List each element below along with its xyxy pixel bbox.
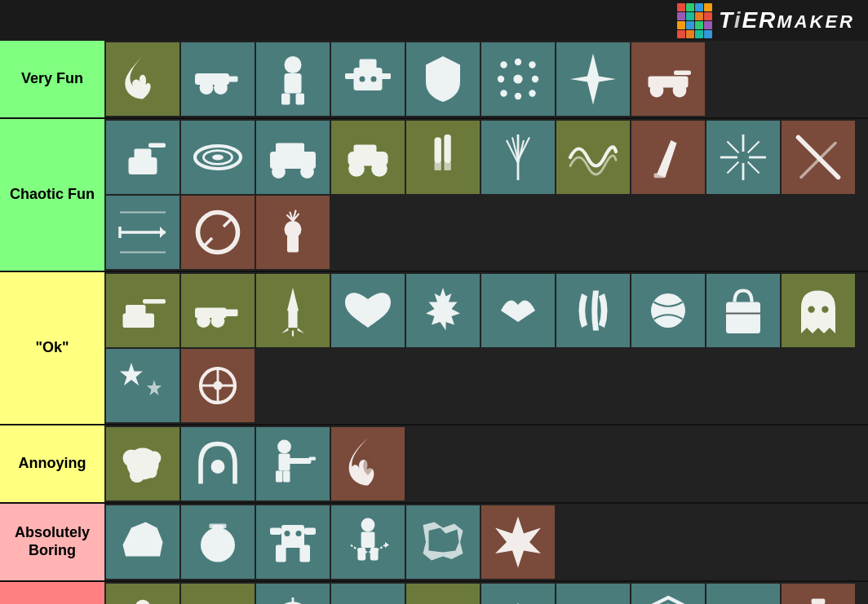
svg-point-4 [285, 56, 302, 73]
svg-point-118 [135, 600, 151, 604]
svg-point-39 [348, 161, 365, 177]
svg-point-13 [371, 77, 377, 82]
tiermaker-container: TiERMAKER Very FunChaotic Fun"Ok"Annoyin… [0, 0, 868, 604]
tier-item[interactable] [556, 121, 630, 194]
tier-label-dont-join: Don't join my game [0, 582, 104, 604]
tier-row-ok: "Ok" [0, 272, 868, 425]
tier-item[interactable] [256, 42, 330, 116]
tier-item[interactable] [481, 584, 555, 604]
svg-point-19 [515, 59, 521, 65]
tier-item[interactable] [631, 584, 705, 604]
tier-row-very-fun: Very Fun [0, 41, 868, 119]
tier-item[interactable] [181, 196, 255, 269]
tier-item[interactable] [556, 584, 630, 604]
tier-item[interactable] [556, 274, 630, 347]
tier-item[interactable] [706, 121, 780, 194]
tier-item[interactable] [181, 584, 255, 604]
tier-item[interactable] [106, 427, 179, 500]
svg-rect-75 [288, 311, 297, 328]
tier-item[interactable] [481, 121, 555, 194]
tier-item[interactable] [181, 349, 255, 422]
svg-marker-23 [570, 54, 616, 105]
svg-point-93 [146, 467, 157, 478]
svg-point-18 [529, 90, 535, 96]
tier-item[interactable] [406, 121, 480, 194]
svg-rect-45 [444, 162, 450, 171]
tier-item[interactable] [631, 42, 705, 116]
svg-rect-41 [354, 145, 377, 154]
tier-item[interactable] [106, 42, 179, 116]
tier-item[interactable] [782, 274, 855, 347]
tier-item[interactable] [481, 505, 555, 579]
svg-point-16 [529, 61, 535, 68]
tier-item[interactable] [106, 274, 179, 347]
tier-item[interactable] [631, 121, 705, 194]
tier-item[interactable] [256, 196, 330, 269]
svg-rect-27 [674, 71, 691, 76]
tier-item[interactable] [331, 42, 405, 116]
tier-item[interactable] [782, 121, 855, 194]
tier-item[interactable] [481, 42, 555, 116]
logo-text: TiERMAKER [719, 7, 855, 33]
tier-item[interactable] [256, 274, 330, 347]
svg-rect-51 [654, 174, 666, 179]
svg-rect-72 [224, 310, 238, 316]
tier-item[interactable] [406, 584, 480, 604]
tier-item[interactable] [331, 121, 405, 194]
tier-item[interactable] [406, 42, 480, 116]
tier-item[interactable] [106, 121, 179, 194]
svg-rect-107 [270, 528, 281, 535]
svg-point-12 [360, 77, 365, 82]
svg-point-111 [361, 518, 375, 532]
svg-point-3 [214, 81, 228, 95]
tier-item[interactable] [782, 584, 855, 604]
tier-item[interactable] [106, 196, 179, 269]
tier-item[interactable] [256, 427, 330, 500]
svg-point-95 [277, 440, 291, 454]
tier-item[interactable] [106, 505, 179, 579]
tier-item[interactable] [481, 274, 555, 347]
tier-item[interactable] [331, 274, 405, 347]
tier-item[interactable] [406, 274, 480, 347]
tier-item[interactable] [181, 505, 255, 579]
tier-item[interactable] [706, 274, 780, 347]
tier-item[interactable] [181, 427, 255, 500]
tier-item[interactable] [256, 584, 330, 604]
tier-item[interactable] [181, 42, 255, 116]
tier-items-ok [104, 272, 868, 424]
tier-item[interactable] [181, 121, 255, 194]
svg-line-56 [727, 141, 738, 152]
svg-rect-100 [309, 457, 316, 461]
svg-rect-96 [279, 453, 290, 470]
svg-point-91 [148, 452, 162, 465]
tier-item[interactable] [106, 584, 179, 604]
svg-point-67 [285, 221, 302, 238]
logo-grid [677, 3, 712, 38]
svg-rect-97 [276, 470, 282, 482]
svg-point-17 [500, 90, 507, 96]
tier-item[interactable] [331, 584, 405, 604]
tier-item[interactable] [406, 505, 480, 579]
tier-item[interactable] [331, 427, 405, 500]
tier-item[interactable] [256, 121, 330, 194]
tier-row-boring: Absolutely Boring [0, 504, 868, 582]
svg-rect-79 [726, 302, 760, 334]
tier-items-very-fun [104, 41, 868, 117]
svg-rect-43 [444, 134, 450, 163]
tier-item[interactable] [556, 42, 630, 116]
tier-item[interactable] [106, 349, 179, 422]
tier-item[interactable] [631, 274, 705, 347]
svg-rect-69 [126, 305, 146, 316]
svg-rect-8 [354, 68, 383, 90]
svg-rect-98 [283, 470, 290, 482]
tier-item[interactable] [331, 505, 405, 579]
svg-rect-7 [296, 94, 305, 105]
tier-item[interactable] [256, 505, 330, 579]
svg-point-37 [300, 165, 314, 179]
tier-item[interactable] [181, 274, 255, 347]
svg-rect-6 [281, 94, 290, 105]
svg-point-20 [515, 93, 521, 99]
svg-rect-44 [435, 162, 441, 171]
tier-item[interactable] [706, 584, 780, 604]
svg-point-92 [130, 468, 144, 483]
